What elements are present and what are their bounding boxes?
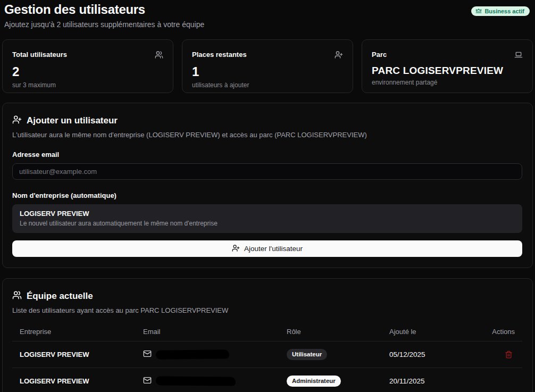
add-user-button-label: Ajouter l'utilisateur — [244, 245, 303, 253]
table-row: LOGISERV PREVIEW Utilisateur 05/12/2025 — [12, 341, 522, 368]
current-team-section: Équipe actuelle Liste des utilisateurs a… — [2, 278, 533, 392]
stat-value: 2 — [12, 65, 163, 78]
table-row: LOGISERV PREVIEW Administrateur 20/11/20… — [12, 368, 522, 392]
stat-label: Parc — [372, 51, 387, 59]
page-subtitle: Ajoutez jusqu'à 2 utilisateurs supplémen… — [4, 20, 204, 29]
title-block: Gestion des utilisateurs Ajoutez jusqu'à… — [4, 2, 204, 29]
company-label: Nom d'entreprise (automatique) — [12, 191, 522, 199]
stat-value: PARC LOGISERVPREVIEW — [372, 65, 523, 76]
email-label: Adresse email — [12, 151, 522, 159]
stat-card-parc: Parc PARC LOGISERVPREVIEW environnement … — [362, 39, 533, 93]
company-auto-box: LOGISERV PREVIEW Le nouvel utilisateur a… — [12, 204, 522, 233]
column-header-added: Ajouté le — [389, 328, 492, 336]
table-header-row: Entreprise Email Rôle Ajouté le Actions — [12, 324, 522, 341]
stat-label: Total utilisateurs — [12, 51, 67, 59]
stats-row: Total utilisateurs 2 sur 3 maximum Place… — [2, 39, 533, 93]
add-user-description: L'utilisateur aura le même nom d'entrepr… — [12, 131, 522, 139]
team-table: Entreprise Email Rôle Ajouté le Actions … — [12, 324, 522, 392]
email-cell — [143, 376, 287, 387]
actions-cell — [503, 348, 515, 361]
users-icon — [155, 51, 163, 61]
column-header-role: Rôle — [287, 328, 389, 336]
plan-status-badge: Business actif — [471, 6, 530, 16]
user-plus-icon — [232, 244, 240, 254]
user-plus-icon — [12, 115, 22, 127]
trash-icon — [505, 351, 513, 358]
stat-caption: environnement partagé — [372, 79, 523, 86]
column-header-email: Email — [143, 328, 287, 336]
added-date-cell: 20/11/2025 — [389, 377, 515, 385]
add-user-section: Ajouter un utilisateur L'utilisateur aur… — [2, 103, 533, 268]
page-title: Gestion des utilisateurs — [4, 2, 204, 17]
stat-card-total-users: Total utilisateurs 2 sur 3 maximum — [2, 39, 173, 93]
laptop-icon — [514, 51, 523, 61]
redacted-email — [156, 349, 229, 360]
role-cell: Administrateur — [287, 376, 389, 387]
added-date-cell: 05/12/2025 — [389, 351, 503, 358]
company-cell: LOGISERV PREVIEW — [20, 351, 143, 358]
stat-value: 1 — [192, 65, 343, 78]
company-cell: LOGISERV PREVIEW — [20, 377, 143, 385]
page-header: Gestion des utilisateurs Ajoutez jusqu'à… — [2, 1, 533, 29]
stat-caption: utilisateurs à ajouter — [192, 81, 343, 89]
role-badge: Utilisateur — [287, 349, 327, 361]
team-title: Équipe actuelle — [27, 291, 93, 302]
mail-icon — [143, 349, 152, 360]
user-management-page: Gestion des utilisateurs Ajoutez jusqu'à… — [0, 0, 535, 392]
crown-icon — [475, 8, 482, 14]
email-cell — [143, 349, 287, 360]
column-header-actions: Actions — [492, 328, 515, 336]
users-icon — [12, 290, 22, 302]
column-header-entreprise: Entreprise — [20, 328, 143, 336]
mail-icon — [143, 376, 152, 387]
role-cell: Utilisateur — [287, 349, 389, 361]
stat-caption: sur 3 maximum — [12, 81, 163, 89]
role-badge: Administrateur — [287, 376, 341, 387]
stat-card-seats-left: Places restantes 1 utilisateurs à ajoute… — [182, 39, 353, 93]
company-hint: Le nouvel utilisateur aura automatiqueme… — [20, 220, 515, 227]
stat-label: Places restantes — [192, 51, 247, 59]
redacted-email — [156, 376, 236, 386]
plan-badge-label: Business actif — [484, 8, 524, 14]
team-description: Liste des utilisateurs ayant accès au pa… — [12, 306, 522, 314]
user-plus-icon — [335, 51, 343, 61]
company-value: LOGISERV PREVIEW — [20, 210, 515, 218]
add-user-button[interactable]: Ajouter l'utilisateur — [12, 240, 522, 257]
email-field[interactable] — [12, 163, 522, 180]
delete-user-button[interactable] — [503, 348, 515, 361]
add-user-title: Ajouter un utilisateur — [27, 115, 118, 126]
